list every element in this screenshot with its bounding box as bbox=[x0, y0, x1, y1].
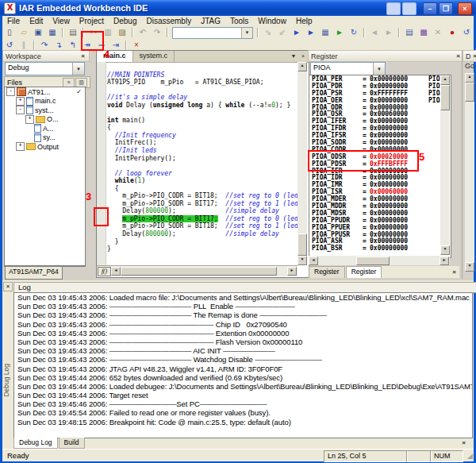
editor-tab-main-c[interactable]: main.c bbox=[97, 51, 133, 62]
files-column-icon-1[interactable]: ≡ bbox=[63, 78, 75, 87]
editor-vertical-scrollbar[interactable]: ▲ ▼ bbox=[298, 62, 307, 265]
scroll-thumb[interactable] bbox=[298, 233, 307, 256]
menu-view[interactable]: View bbox=[48, 17, 75, 25]
step-over-icon[interactable]: ↷ bbox=[38, 40, 51, 51]
disabled-action-icon[interactable]: ✕ bbox=[432, 27, 444, 38]
collapse-icon[interactable]: - bbox=[6, 87, 15, 96]
find-combobox[interactable]: ▼ bbox=[172, 27, 253, 39]
menu-tools[interactable]: Tools bbox=[225, 17, 253, 25]
break-icon[interactable]: ∥ bbox=[17, 40, 30, 51]
next-file-icon[interactable]: ► bbox=[382, 27, 395, 38]
side-panel-scrollbar[interactable]: ▲ ▼ bbox=[465, 73, 474, 272]
maximize-button[interactable]: ❐ bbox=[439, 2, 453, 15]
register-tabs-close-icon[interactable]: × bbox=[451, 268, 458, 276]
expand-icon[interactable]: + bbox=[16, 142, 25, 151]
print-icon[interactable]: ▤ bbox=[67, 27, 79, 38]
scroll-thumb[interactable] bbox=[121, 267, 277, 276]
reset-icon[interactable]: ↺ bbox=[3, 40, 16, 51]
workspace-close-icon[interactable]: × bbox=[79, 52, 86, 60]
workspace-config-combobox[interactable]: Debug ▼ bbox=[5, 62, 85, 75]
stop-debugging-icon[interactable]: × bbox=[130, 40, 143, 51]
find-combobox-field[interactable] bbox=[173, 28, 241, 38]
workspace-project-tab[interactable]: AT91SAM7_P64 bbox=[5, 267, 63, 280]
source-browser-icon[interactable]: ▤ bbox=[403, 27, 416, 38]
files-column-icon-2[interactable]: ▥ bbox=[75, 78, 87, 87]
minimize-button[interactable]: – bbox=[423, 2, 437, 15]
chevron-down-icon[interactable]: ▼ bbox=[373, 63, 385, 75]
scroll-thumb[interactable] bbox=[356, 257, 390, 265]
undo-icon[interactable]: ↶ bbox=[136, 27, 149, 38]
scroll-thumb[interactable] bbox=[440, 85, 450, 110]
scroll-down-icon[interactable]: ▼ bbox=[298, 256, 307, 265]
resize-grip[interactable]: ◢ bbox=[467, 452, 473, 460]
scroll-left-icon[interactable]: ◄ bbox=[111, 267, 121, 276]
scroll-down-icon[interactable]: ▼ bbox=[465, 262, 474, 272]
log-tab-build[interactable]: Build bbox=[59, 438, 85, 449]
breakpoint-gutter[interactable] bbox=[97, 62, 106, 265]
toggle-breakpoint-icon[interactable]: ● bbox=[446, 27, 459, 38]
scroll-left-icon[interactable]: ◄ bbox=[309, 257, 318, 265]
menu-file[interactable]: File bbox=[2, 17, 25, 25]
make-icon[interactable]: ► bbox=[333, 27, 346, 38]
find-previous-icon[interactable]: ⇙ bbox=[276, 27, 289, 38]
tree-item-output[interactable]: +Output bbox=[5, 142, 85, 152]
register-group-combobox[interactable]: PIOA ▼ bbox=[310, 62, 386, 75]
log-tab-debug-log[interactable]: Debug Log bbox=[13, 438, 58, 449]
register-row[interactable]: PIOA_BSR=0x00000000 bbox=[309, 245, 451, 253]
scroll-up-icon[interactable]: ▲ bbox=[440, 75, 450, 85]
restart-debugger-icon[interactable]: ↺ bbox=[460, 27, 473, 38]
scroll-right-icon[interactable]: ► bbox=[287, 267, 297, 276]
scroll-up-icon[interactable]: ▲ bbox=[465, 73, 474, 83]
menu-help[interactable]: Help bbox=[291, 17, 317, 25]
register-horizontal-scrollbar[interactable]: ◄ ► bbox=[309, 256, 450, 265]
tree-item-o[interactable]: +O... bbox=[5, 115, 85, 125]
register-tab-1[interactable]: Register bbox=[309, 266, 345, 278]
expand-icon[interactable]: + bbox=[25, 115, 34, 124]
step-into-icon[interactable]: ↴ bbox=[52, 40, 65, 51]
menu-debug[interactable]: Debug bbox=[109, 17, 141, 25]
previous-file-icon[interactable]: ◄ bbox=[368, 27, 381, 38]
scroll-up-icon[interactable]: ▲ bbox=[298, 62, 307, 71]
menu-edit[interactable]: Edit bbox=[25, 17, 48, 25]
scroll-right-icon[interactable]: ► bbox=[440, 257, 449, 265]
log-message-area[interactable]: Sun Dec 03 19:45:43 2006: Loaded macro f… bbox=[13, 292, 473, 438]
menu-window[interactable]: Window bbox=[253, 17, 291, 25]
find-next-icon[interactable]: ⇘ bbox=[262, 27, 274, 38]
run-to-cursor-icon[interactable]: ⇥ bbox=[109, 40, 122, 51]
menu-disassembly[interactable]: Disassembly bbox=[141, 17, 196, 25]
expand-icon[interactable]: + bbox=[16, 97, 25, 106]
editor-close-icon[interactable]: × bbox=[299, 52, 307, 60]
collapse-icon[interactable]: - bbox=[16, 106, 25, 114]
save-all-icon[interactable]: ▦ bbox=[46, 27, 59, 38]
compile-icon[interactable]: ↻ bbox=[347, 27, 360, 38]
chevron-down-icon[interactable]: ▼ bbox=[241, 28, 252, 38]
menu-jtag[interactable]: JTAG bbox=[196, 17, 225, 25]
title-bar[interactable]: X IAR Embedded Workbench IDE – ❐ × bbox=[0, 0, 476, 16]
scroll-thumb[interactable] bbox=[465, 83, 474, 102]
tab-list-dropdown-icon[interactable]: ▼ bbox=[290, 52, 298, 60]
tree-item-a[interactable]: A... bbox=[5, 124, 85, 133]
log-close-icon[interactable]: × bbox=[3, 282, 13, 291]
editor-horizontal-scrollbar[interactable]: f() ◄ ► bbox=[97, 265, 298, 276]
toggle-bookmark-icon[interactable]: ► bbox=[305, 27, 317, 38]
register-close-icon[interactable]: × bbox=[455, 52, 462, 60]
watch-window-icon[interactable]: ▦ bbox=[319, 27, 332, 38]
save-icon[interactable]: ▣ bbox=[32, 27, 44, 38]
side-panel-close-icon[interactable]: × bbox=[471, 52, 476, 60]
tree-item-sy[interactable]: sy... bbox=[5, 133, 85, 143]
symbols-icon[interactable]: ▩ bbox=[417, 27, 430, 38]
redo-icon[interactable]: ↷ bbox=[151, 27, 163, 38]
log-tabs-close-icon[interactable]: × bbox=[460, 439, 467, 446]
function-list-button[interactable]: f() bbox=[98, 267, 111, 276]
menu-project[interactable]: Project bbox=[75, 17, 109, 25]
close-button[interactable]: × bbox=[458, 2, 472, 15]
tree-item-syst[interactable]: -syst... bbox=[5, 106, 85, 115]
step-out-icon[interactable]: ↰ bbox=[67, 40, 79, 51]
new-document-icon[interactable]: ▯ bbox=[3, 27, 16, 38]
register-tab-2[interactable]: Register bbox=[346, 266, 382, 278]
code-text-area[interactable]: //MAIN POINTERSAT91PS_PIO m_pPio = AT91C… bbox=[107, 62, 298, 267]
register-vertical-scrollbar[interactable]: ▲ ▼ bbox=[440, 75, 450, 255]
tree-item-mainc[interactable]: +main.c bbox=[5, 97, 85, 106]
tree-item-at91[interactable]: -AT91...✓ bbox=[5, 87, 85, 97]
scroll-down-icon[interactable]: ▼ bbox=[440, 245, 450, 255]
